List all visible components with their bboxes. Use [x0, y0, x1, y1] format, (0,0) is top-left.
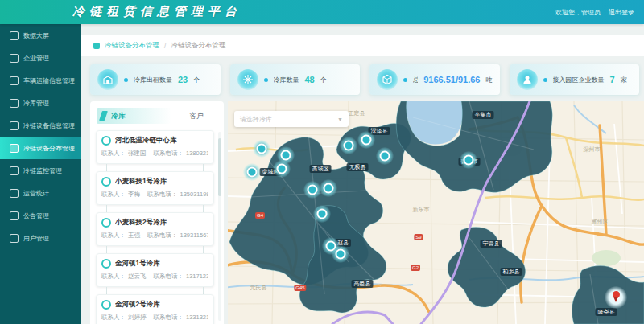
app-header: 冷链租赁信息管理平台 欢迎您，管理员 退出登录 [0, 0, 644, 24]
stat-dot-icon [264, 78, 268, 82]
sidebar-item[interactable]: 冷链设备信息管理 [0, 114, 80, 137]
storage-marker-icon[interactable] [460, 151, 477, 169]
tab-cold-storage-label: 冷库 [111, 111, 126, 121]
district-label: 宁晋县 [481, 240, 502, 248]
sidebar-item-label: 企业管理 [23, 54, 49, 63]
sidebar-item-label: 运营统计 [23, 189, 49, 198]
list-item[interactable]: 小麦科技1号冷库联系人：李梅联系电话：13503119876 [96, 171, 214, 205]
stat-dot-icon [403, 78, 407, 82]
storage-title: 小麦科技1号冷库 [115, 177, 167, 187]
storage-marker-icon[interactable] [340, 137, 357, 154]
breadcrumb-separator: / [164, 42, 166, 50]
storage-icon [101, 177, 111, 187]
map-icon [10, 144, 19, 153]
contact-label: 联系人： [101, 273, 126, 281]
stat-value: 7 [610, 75, 615, 84]
sidebar-item[interactable]: 运营统计 [0, 182, 80, 204]
storage-marker-icon[interactable] [313, 205, 331, 223]
user-icon [517, 69, 538, 90]
list-item[interactable]: 金河镇2号冷库联系人：刘婷婷联系电话：13313215678 [96, 294, 214, 324]
phone-value: 13171234567 [186, 273, 208, 281]
sidebar-item[interactable]: 数据大屏 [0, 24, 80, 47]
sidebar-item[interactable]: 车辆运输信息管理 [0, 69, 80, 92]
storage-marker-icon[interactable] [243, 163, 261, 181]
stat-label: 冷库数量 [274, 76, 299, 84]
storage-marker-icon[interactable] [357, 131, 375, 149]
phone-value: 13931156789 [180, 232, 209, 240]
stat-unit: 个 [320, 76, 327, 84]
contact-label: 联系人： [101, 314, 126, 322]
truck-icon [10, 76, 19, 85]
contact-value: 赵云飞 [128, 273, 147, 281]
town-label: 新乐市 [413, 206, 430, 214]
road-badge: G45 [294, 285, 306, 291]
storage-detail: 联系人：张建国联系电话：13803211234 [101, 150, 208, 158]
sidebar-item-label: 冷库管理 [23, 99, 49, 108]
sidebar-item-label: 冷链监控管理 [23, 166, 62, 175]
user-icon [10, 234, 19, 243]
list-item-title-row: 金河镇2号冷库 [101, 300, 208, 310]
stat-value: 9166.51/91.66 [423, 75, 480, 84]
contact-value: 王强 [128, 232, 140, 240]
monitor-icon [10, 166, 19, 175]
phone-label: 联系电话： [147, 232, 178, 240]
storage-marker-icon[interactable] [332, 245, 349, 263]
breadcrumb-tag-icon [93, 43, 100, 49]
storage-detail: 联系人：刘婷婷联系电话：13313215678 [101, 314, 208, 322]
sidebar-item[interactable]: 用户管理 [0, 227, 80, 249]
storage-title: 金河镇1号冷库 [115, 259, 160, 269]
stat-card: 总容量(吨)9166.51/91.66吨 [369, 64, 500, 95]
sidebar-item[interactable]: 公告管理 [0, 204, 80, 227]
location-pin-tail [613, 297, 618, 302]
panel-scrollbar[interactable] [218, 132, 221, 321]
list-item[interactable]: 小麦科技2号冷库联系人：王强联系电话：13931156789 [96, 212, 214, 246]
list-item[interactable]: 金河镇1号冷库联系人：赵云飞联系电话：13171234567 [96, 253, 214, 287]
storage-marker-icon[interactable] [376, 147, 394, 165]
storage-marker-icon[interactable] [320, 179, 337, 197]
capacity-icon [377, 69, 398, 90]
sidebar: 数据大屏企业管理车辆运输信息管理冷库管理冷链设备信息管理冷链设备分布管理冷链监控… [0, 24, 80, 324]
stat-card: 接入园区企业数量7家 [510, 64, 640, 95]
sidebar-item[interactable]: 企业管理 [0, 47, 80, 69]
list-item-title-row: 小麦科技1号冷库 [101, 177, 208, 187]
panel-scrollbar-thumb[interactable] [218, 138, 221, 196]
sidebar-item[interactable]: 冷链设备分布管理 [0, 137, 80, 159]
storage-marker-icon[interactable] [277, 146, 295, 164]
building-icon [10, 54, 19, 63]
stat-dot-icon [543, 78, 547, 82]
storage-title: 小麦科技2号冷库 [115, 218, 167, 228]
storage-marker-icon[interactable] [303, 181, 321, 199]
megaphone-icon [10, 211, 19, 220]
phone-value: 13313215678 [186, 314, 208, 322]
district-label: 隆尧县 [596, 308, 617, 316]
map-container[interactable]: 请选择冷库 ▼ 栾城区藁城区无极县深泽县辛集市晋州市赵县宁晋县柏乡县高邑县隆尧县… [228, 101, 644, 324]
warehouse-icon [10, 99, 19, 108]
tab-customers[interactable]: 客户 [175, 111, 217, 121]
storage-detail: 联系人：王强联系电话：13931156789 [101, 232, 208, 240]
sidebar-item-label: 用户管理 [23, 234, 49, 243]
storage-select[interactable]: 请选择冷库 ▼ [234, 111, 349, 127]
sidebar-item-label: 数据大屏 [23, 31, 49, 40]
list-item[interactable]: 河北低温冷链中心库联系人：张建国联系电话：13803211234 [96, 130, 214, 164]
list-item-title-row: 河北低温冷链中心库 [101, 136, 208, 146]
town-label: 冀州区 [592, 218, 609, 226]
location-pin[interactable] [605, 286, 627, 309]
stat-unit: 个 [193, 76, 200, 84]
sidebar-item[interactable]: 冷库管理 [0, 92, 80, 114]
sidebar-item[interactable]: 冷链监控管理 [0, 159, 80, 182]
stat-value: 23 [178, 75, 188, 84]
district-label: 柏乡县 [501, 268, 522, 276]
tab-cold-storage[interactable]: 冷库 [97, 108, 175, 124]
stat-card: 冷库数量48个 [230, 64, 361, 95]
logout-link[interactable]: 退出登录 [609, 8, 634, 17]
storage-title: 河北低温冷链中心库 [115, 136, 177, 146]
phone-label: 联系电话： [154, 150, 184, 158]
phone-label: 联系电话： [154, 273, 184, 281]
storage-marker-icon[interactable] [253, 140, 270, 158]
chart-icon [10, 189, 19, 198]
town-label: 正定县 [349, 109, 365, 117]
contact-label: 联系人： [101, 150, 126, 158]
phone-value: 13503119876 [180, 191, 209, 199]
breadcrumb-tag[interactable]: 冷链设备分布管理 [105, 41, 159, 51]
stat-unit: 吨 [486, 76, 493, 84]
